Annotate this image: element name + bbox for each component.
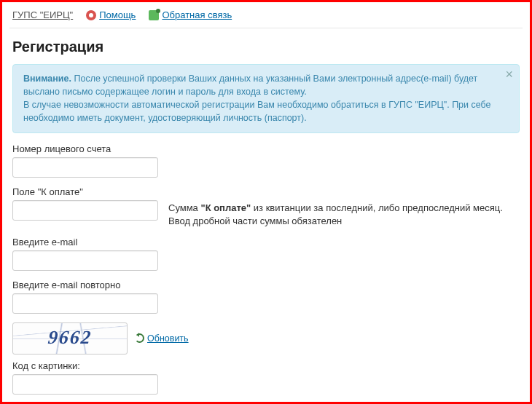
nav-feedback-label: Обратная связь [162, 9, 232, 20]
email-label: Введите e-mail [12, 237, 520, 247]
alert-strong: Внимание. [23, 74, 71, 84]
page-title: Регистрация [12, 39, 520, 55]
email-input[interactable] [12, 250, 158, 271]
nav-help-link[interactable]: Помощь [86, 9, 136, 20]
captcha-image: 9662 [12, 322, 128, 355]
email-confirm-input[interactable] [12, 293, 158, 314]
amount-hint-pre: Сумма [168, 202, 200, 213]
account-input[interactable] [12, 157, 158, 178]
feedback-icon [149, 10, 159, 20]
captcha-refresh-link[interactable]: Обновить [135, 333, 189, 344]
account-label: Номер лицевого счета [12, 143, 520, 154]
alert-text-1: После успешной проверки Ваших данных на … [23, 74, 477, 97]
captcha-text: 9662 [47, 326, 93, 348]
help-icon [86, 10, 96, 20]
nav-help-label: Помощь [99, 9, 136, 20]
email2-label: Введите e-mail повторно [12, 280, 520, 290]
alert-paragraph-1: Внимание. После успешной проверки Ваших … [23, 72, 497, 98]
amount-input[interactable] [12, 200, 158, 221]
amount-hint-bold: "К оплате" [200, 202, 251, 213]
amount-label: Поле "К оплате" [12, 186, 520, 197]
refresh-label: Обновить [147, 333, 189, 344]
amount-hint: Сумма "К оплате" из квитанции за последн… [168, 200, 520, 228]
alert-paragraph-2: В случае невозможности автоматической ре… [23, 98, 497, 124]
captcha-input[interactable] [12, 374, 158, 395]
refresh-icon [135, 333, 144, 343]
info-alert: × Внимание. После успешной проверки Ваши… [12, 64, 520, 133]
captcha-label: Код с картинки: [12, 360, 520, 371]
nav-home-link[interactable]: ГУПС "ЕИРЦ" [12, 9, 73, 20]
nav-feedback-link[interactable]: Обратная связь [149, 9, 232, 20]
top-nav: ГУПС "ЕИРЦ" Помощь Обратная связь [9, 5, 523, 28]
close-icon[interactable]: × [505, 68, 513, 81]
registration-form: Номер лицевого счета Поле "К оплате" Сум… [9, 143, 523, 405]
